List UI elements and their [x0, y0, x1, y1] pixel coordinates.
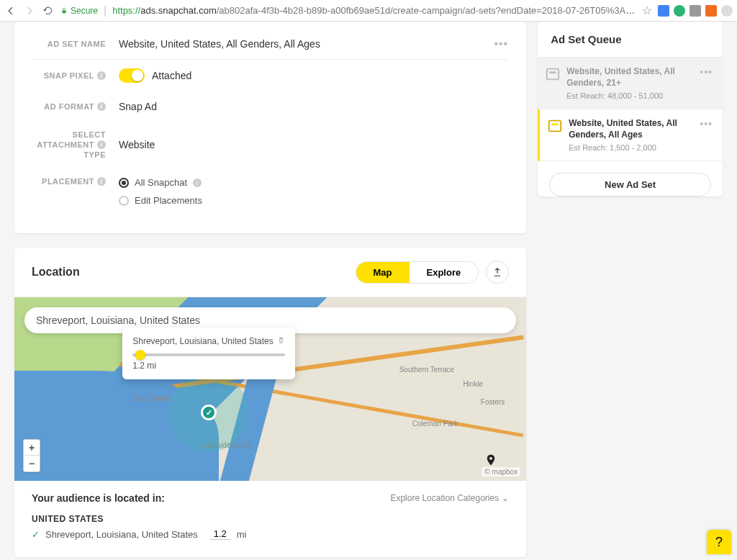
info-icon[interactable]: i: [97, 140, 106, 149]
upload-button[interactable]: [486, 261, 509, 284]
audience-location-text: Shreveport, Louisiana, United States: [45, 529, 198, 540]
audience-location-row: ✓ Shreveport, Louisiana, United States m…: [32, 528, 509, 540]
ext-icon-4[interactable]: [705, 5, 717, 17]
queue-item-0[interactable]: Website, United States, All Genders, 21+…: [538, 58, 723, 109]
more-icon[interactable]: •••: [700, 66, 713, 78]
location-card: Location Map Explore Pine Hill Estates N…: [14, 248, 526, 557]
audience-section: Your audience is located in: Explore Loc…: [14, 481, 526, 557]
queue-title: Ad Set Queue: [538, 22, 723, 58]
queue-item-title: Website, United States, All Genders, 21+: [566, 66, 700, 89]
radio-label-all: All Snapchat: [135, 177, 187, 188]
ext-icon-5[interactable]: [721, 5, 733, 17]
slider-thumb[interactable]: [135, 350, 145, 360]
ad-set-name-value[interactable]: Website, United States, All Genders, All…: [119, 38, 494, 50]
url-divider: |: [104, 4, 107, 17]
more-icon[interactable]: •••: [700, 118, 713, 130]
tab-explore[interactable]: Explore: [410, 262, 479, 283]
audience-radius-unit: mi: [237, 529, 247, 540]
svg-rect-4: [549, 121, 561, 132]
upload-icon: [492, 267, 502, 277]
ad-format-value: Snap Ad: [119, 101, 508, 112]
lock-icon: [60, 7, 68, 14]
map-label: Southern Terrace: [399, 366, 455, 374]
extension-icons: [658, 5, 733, 17]
label-ad-set-name: AD SET NAME: [48, 40, 106, 48]
info-icon[interactable]: i: [193, 179, 202, 187]
location-title: Location: [32, 266, 80, 279]
radio-all-snapchat[interactable]: [119, 178, 129, 188]
audience-title: Your audience is located in:: [32, 492, 165, 504]
queue-item-1[interactable]: Website, United States, All Genders, All…: [538, 109, 723, 161]
new-ad-set-button[interactable]: New Ad Set: [549, 173, 711, 197]
radius-location-name: Shreveport, Louisiana, United States: [132, 336, 273, 346]
map[interactable]: Pine Hill Estates North Lakeside Acres G…: [14, 297, 526, 481]
secure-badge: Secure: [60, 6, 98, 16]
help-icon: ?: [715, 535, 723, 550]
zoom-out-button[interactable]: −: [24, 456, 40, 471]
label-ad-format: AD FORMAT: [44, 102, 94, 111]
star-icon[interactable]: ☆: [642, 4, 652, 17]
url-bar[interactable]: https://ads.snapchat.com/ab802afa-4f3b-4…: [112, 5, 636, 16]
tab-map[interactable]: Map: [356, 262, 410, 283]
info-icon[interactable]: i: [97, 71, 106, 80]
info-icon[interactable]: i: [97, 102, 106, 111]
radius-circle: [169, 373, 248, 452]
forward-button[interactable]: [23, 4, 36, 17]
radius-popover: Shreveport, Louisiana, United States 1.2…: [122, 328, 295, 379]
ad-set-icon: [547, 118, 563, 134]
reload-button[interactable]: [42, 4, 55, 17]
map-label: Coleman Park: [412, 420, 458, 428]
back-button[interactable]: [4, 4, 17, 17]
delete-location-icon[interactable]: [277, 336, 285, 346]
marker-icon[interactable]: [484, 453, 497, 466]
help-button[interactable]: ?: [707, 530, 731, 554]
svg-rect-3: [550, 71, 556, 73]
svg-point-1: [489, 457, 492, 460]
ad-set-form: AD SET NAME Website, United States, All …: [14, 22, 526, 233]
radius-slider[interactable]: [132, 353, 285, 356]
zoom-controls: + −: [23, 439, 40, 472]
audience-country: UNITED STATES: [32, 514, 509, 524]
map-label: Fosters: [481, 398, 505, 406]
label-snap-pixel: SNAP PIXEL: [44, 71, 94, 80]
location-pin-icon: [201, 405, 217, 420]
row-ad-set-name: AD SET NAME Website, United States, All …: [32, 29, 508, 60]
map-label: Gas Center: [133, 394, 170, 402]
secure-label: Secure: [71, 6, 98, 16]
info-icon[interactable]: i: [97, 177, 106, 186]
explore-categories-link[interactable]: Explore Location Categories ⌄: [390, 493, 509, 503]
map-label: Hinkle: [463, 380, 483, 388]
radius-value: 1.2 mi: [132, 361, 285, 371]
ext-icon-3[interactable]: [689, 5, 701, 17]
browser-toolbar: Secure | https://ads.snapchat.com/ab802a…: [0, 0, 737, 22]
audience-radius-input[interactable]: [209, 528, 231, 540]
ad-set-icon: [545, 66, 561, 82]
svg-rect-2: [547, 69, 559, 80]
map-explore-tabs: Map Explore: [356, 261, 479, 284]
svg-rect-0: [63, 10, 66, 13]
row-snap-pixel: SNAP PIXEL i Attached: [32, 60, 508, 92]
queue-item-reach: Est Reach: 1,500 - 2,000: [569, 143, 713, 152]
label-placement: PLACEMENT: [42, 177, 94, 186]
row-attachment: SELECT ATTACHMENTi TYPE Website: [32, 122, 508, 168]
more-icon[interactable]: •••: [494, 37, 508, 50]
zoom-in-button[interactable]: +: [24, 440, 40, 456]
check-icon: ✓: [32, 529, 40, 540]
row-placement: PLACEMENT i All Snapchat i Edit Placemen…: [32, 168, 508, 215]
attachment-value: Website: [119, 139, 508, 150]
snap-pixel-toggle[interactable]: [119, 68, 145, 83]
map-attribution: © mapbox: [481, 467, 520, 477]
row-ad-format: AD FORMAT i Snap Ad: [32, 92, 508, 122]
ext-icon-2[interactable]: [674, 5, 685, 17]
snap-pixel-status: Attached: [152, 70, 191, 81]
ext-icon-1[interactable]: [658, 5, 669, 17]
queue-item-reach: Est Reach: 48,000 - 51,000: [566, 91, 713, 100]
svg-rect-5: [552, 124, 559, 126]
queue-item-title: Website, United States, All Genders, All…: [569, 118, 700, 140]
chevron-down-icon: ⌄: [502, 493, 509, 503]
radio-label-edit: Edit Placements: [135, 195, 202, 206]
radio-edit-placements[interactable]: [119, 196, 129, 206]
ad-set-queue: Ad Set Queue Website, United States, All…: [538, 22, 723, 197]
